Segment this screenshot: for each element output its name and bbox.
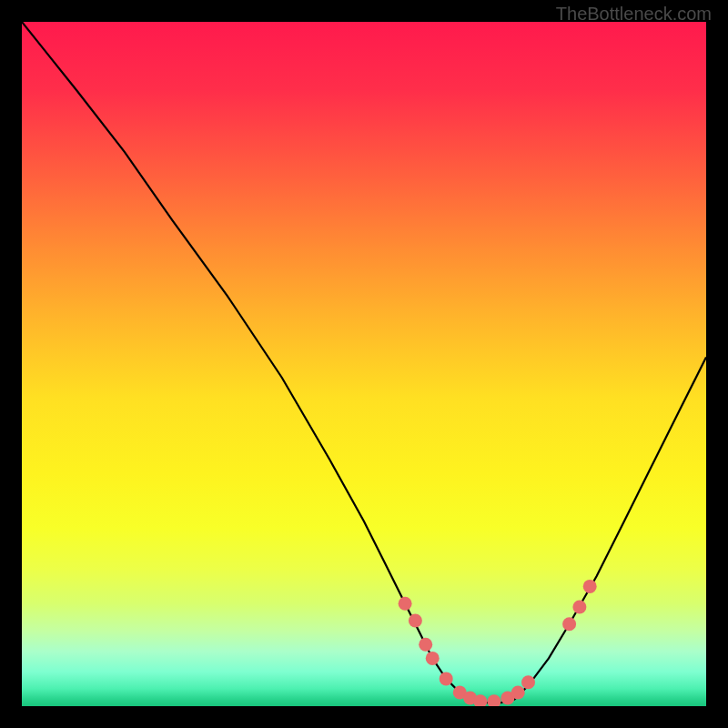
highlight-dot [511, 686, 525, 700]
highlight-dots-group [399, 580, 597, 706]
watermark-text: TheBottleneck.com [556, 4, 712, 25]
highlight-dot [426, 652, 440, 665]
highlight-dot [399, 597, 412, 611]
highlight-dot [521, 675, 535, 689]
highlight-dot [440, 672, 453, 685]
highlight-dot [409, 614, 422, 628]
highlight-dot [487, 694, 500, 706]
highlight-dot [583, 580, 597, 593]
highlight-dot [572, 601, 586, 614]
bottleneck-curve-path [22, 22, 706, 703]
bottleneck-chart [22, 22, 706, 706]
highlight-dot [562, 617, 576, 631]
highlight-dot [419, 638, 432, 652]
